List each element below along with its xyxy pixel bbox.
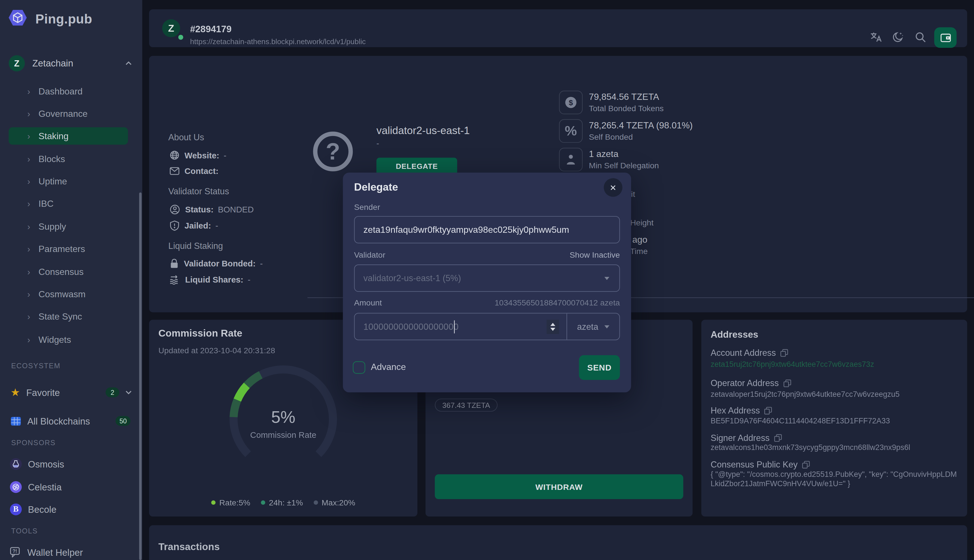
copy-icon[interactable] bbox=[802, 460, 810, 468]
endpoint-url: https://zetachain-athens.blockpi.network… bbox=[190, 37, 366, 46]
brand-name: Ping.pub bbox=[35, 12, 92, 27]
sender-input[interactable] bbox=[354, 217, 619, 243]
copy-icon[interactable] bbox=[783, 379, 791, 387]
sidebar-item-celestia[interactable]: Celestia bbox=[9, 478, 133, 495]
sidebar-item-supply[interactable]: › Supply bbox=[9, 218, 128, 235]
chevron-right-icon: › bbox=[27, 154, 39, 164]
account-address-label: Account Address bbox=[710, 348, 789, 357]
chevron-right-icon: › bbox=[27, 335, 39, 345]
sidebar-item-governance[interactable]: › Governance bbox=[9, 105, 128, 122]
sidebar-item-favorite[interactable]: ★ Favorite 2 bbox=[9, 384, 133, 400]
sponsors-header: SPONSORS bbox=[11, 439, 56, 446]
chevron-right-icon: › bbox=[27, 131, 39, 141]
close-icon[interactable]: ✕ bbox=[604, 178, 623, 197]
sidebar-item-consensus[interactable]: › Consensus bbox=[9, 263, 128, 280]
gauge-legend: Rate:5% 24h: ±1% Max:20% bbox=[159, 498, 408, 507]
ecosystem-header: ECOSYSTEM bbox=[11, 362, 60, 369]
show-inactive-toggle[interactable]: Show Inactive bbox=[570, 250, 620, 260]
available-balance: 10343556501884700070412 azeta bbox=[495, 298, 620, 307]
sidebar-item-dashboard[interactable]: › Dashboard bbox=[9, 83, 128, 100]
modal-title: Delegate bbox=[354, 181, 398, 194]
coin-icon: $ bbox=[559, 90, 583, 114]
sidebar-item-cosmwasm[interactable]: › Cosmwasm bbox=[9, 286, 128, 303]
sidebar-item-staking[interactable]: › Staking bbox=[9, 127, 128, 145]
page: Ping.pub Z Zetachain › Dashboard › Gover… bbox=[0, 0, 974, 560]
waves-icon bbox=[169, 274, 180, 285]
chevron-right-icon: › bbox=[27, 244, 39, 254]
sidebar-item-osmosis[interactable]: Osmosis bbox=[9, 456, 133, 472]
status-title: Validator Status bbox=[169, 187, 229, 196]
contact-row: Contact: bbox=[169, 166, 223, 176]
sidebar-item-blocks[interactable]: › Blocks bbox=[9, 150, 128, 167]
sender-label: Sender bbox=[354, 203, 380, 212]
sidebar-item-wallet-helper[interactable]: ?! Wallet Helper bbox=[9, 544, 133, 560]
chevron-up-icon bbox=[124, 58, 133, 67]
amount-input[interactable]: 1000000000000000000 bbox=[363, 322, 458, 332]
brand[interactable]: Ping.pub bbox=[8, 8, 92, 30]
band-dot bbox=[261, 500, 265, 505]
validator-label: Validator bbox=[354, 250, 386, 260]
commission-gauge: 5% Commission Rate bbox=[221, 357, 345, 481]
sidebar-item-widgets[interactable]: › Widgets bbox=[9, 331, 128, 348]
person-badge-icon bbox=[169, 204, 180, 215]
rewards-amount-badge[interactable]: 367.43 TZETA bbox=[435, 398, 498, 412]
mail-icon bbox=[169, 167, 179, 175]
block-height: #2894179 bbox=[190, 23, 232, 34]
number-stepper[interactable] bbox=[547, 320, 559, 334]
pingpub-logo-icon bbox=[8, 8, 27, 30]
text-cursor bbox=[454, 320, 455, 333]
sidebar-item-ibc[interactable]: › IBC bbox=[9, 195, 128, 212]
lock-icon bbox=[169, 258, 179, 269]
sidebar-item-all-blockchains[interactable]: All Blockchains 50 bbox=[9, 413, 133, 429]
hex-address-label: Hex Address bbox=[710, 405, 772, 415]
chain-name: Zetachain bbox=[32, 58, 124, 68]
copy-icon[interactable] bbox=[764, 407, 772, 415]
copy-icon[interactable] bbox=[774, 433, 782, 442]
chevron-down-icon bbox=[605, 325, 610, 328]
chain-selector[interactable]: Z Zetachain bbox=[9, 55, 133, 71]
zetachain-icon: Z bbox=[9, 55, 25, 71]
copy-icon[interactable] bbox=[780, 349, 789, 357]
sidebar-item-becole[interactable]: B Becole bbox=[9, 501, 133, 517]
withdraw-button[interactable]: WITHDRAW bbox=[435, 474, 683, 499]
sidebar-scrollbar[interactable] bbox=[139, 192, 142, 560]
jailed-row: Jailed: - bbox=[169, 220, 218, 231]
chevron-down-icon bbox=[605, 277, 610, 280]
hex-address-value: BE5F1D9A76F4604C1114404248EF13D1FFF72A33 bbox=[710, 417, 959, 426]
stat-min-self-delegation: 1 azeta Min Self Delegation bbox=[559, 148, 820, 171]
account-address-value[interactable]: zeta15ruj2tc76pnj9xtw64utktee7cc7w6vzaes… bbox=[710, 360, 959, 370]
person-icon bbox=[559, 148, 583, 171]
blockchains-count-badge: 50 bbox=[116, 416, 130, 426]
advance-checkbox[interactable] bbox=[353, 362, 365, 374]
dark-mode-icon[interactable] bbox=[892, 31, 904, 43]
translate-icon[interactable] bbox=[870, 31, 882, 43]
wallet-button[interactable] bbox=[934, 27, 956, 48]
svg-text:?!: ?! bbox=[12, 548, 17, 554]
validator-select[interactable]: validator2-us-east-1 (5%) bbox=[354, 265, 620, 292]
sidebar: Ping.pub Z Zetachain › Dashboard › Gover… bbox=[0, 0, 142, 560]
advance-label: Advance bbox=[371, 362, 406, 372]
chain-logo-icon: Z bbox=[162, 19, 180, 37]
transactions-title: Transactions bbox=[159, 541, 220, 553]
status-row: Status: BONDED bbox=[169, 204, 254, 215]
favorite-count-badge: 2 bbox=[105, 387, 119, 397]
consensus-key-label: Consensus Public Key bbox=[710, 459, 810, 469]
search-icon[interactable] bbox=[914, 31, 927, 43]
validator-bonded-row: Validator Bonded: - bbox=[169, 258, 262, 269]
sidebar-item-uptime[interactable]: › Uptime bbox=[9, 173, 128, 190]
sidebar-item-state-sync[interactable]: › State Sync bbox=[9, 308, 128, 325]
addresses-card: Addresses Account Address zeta15ruj2tc76… bbox=[701, 320, 967, 517]
stat-self-bonded: % 78,265.4 TZETA (98.01%) Self Bonded bbox=[559, 119, 820, 143]
topbar: Z #2894179 https://zetachain-athens.bloc… bbox=[149, 9, 967, 47]
currency-select[interactable]: azeta bbox=[577, 322, 598, 332]
amount-label: Amount bbox=[354, 298, 382, 307]
sender-field-wrap bbox=[354, 216, 620, 243]
svg-text:$: $ bbox=[569, 98, 573, 107]
sidebar-item-parameters[interactable]: › Parameters bbox=[9, 240, 128, 258]
tools-header: TOOLS bbox=[11, 527, 38, 535]
chevron-down-icon bbox=[124, 388, 133, 397]
commission-title: Commission Rate bbox=[159, 328, 242, 339]
addresses-title: Addresses bbox=[710, 329, 758, 339]
website-row: Website: - bbox=[169, 150, 226, 160]
send-button[interactable]: SEND bbox=[579, 355, 620, 380]
